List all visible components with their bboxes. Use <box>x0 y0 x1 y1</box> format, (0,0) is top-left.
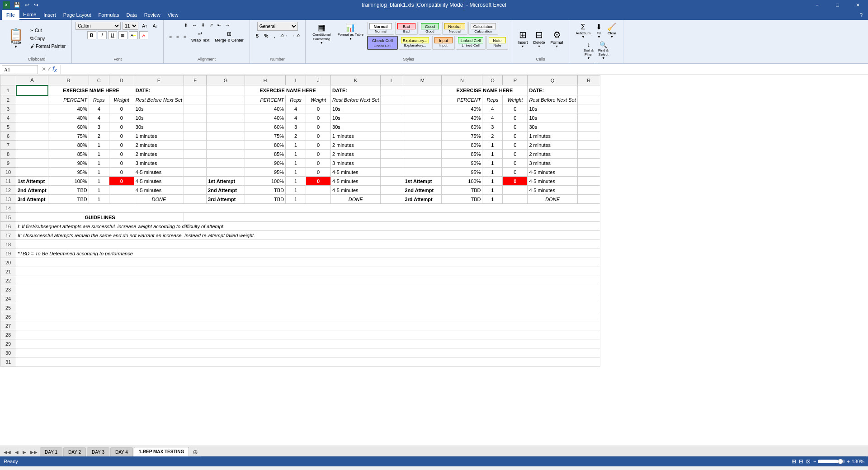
tab-nav-prev[interactable]: ◀◀ <box>2 447 13 456</box>
undo-quickaccess-icon[interactable]: ↩ <box>24 1 30 9</box>
style-note[interactable]: Note Note <box>486 36 508 50</box>
tab-nav-back[interactable]: ◀ <box>13 447 20 456</box>
menu-file[interactable]: File <box>2 10 19 20</box>
align-center-button[interactable]: ≡ <box>175 33 181 40</box>
col-header-g[interactable]: G <box>207 75 245 85</box>
cell-d2[interactable]: Weight <box>109 95 134 104</box>
autosum-button[interactable]: Σ AutoSum ▼ <box>574 22 593 39</box>
status-normal-view-icon[interactable]: ⊞ <box>792 458 796 465</box>
style-explanatory[interactable]: Explanatory... Explanatory... <box>399 36 431 50</box>
col-header-p[interactable]: P <box>503 75 528 85</box>
italic-button[interactable]: I <box>98 31 107 39</box>
number-format-select[interactable]: General <box>257 22 298 31</box>
menu-home[interactable]: Home <box>19 11 40 19</box>
copy-button[interactable]: ⧉ Copy <box>28 35 68 42</box>
help-icon[interactable]: ? <box>856 11 866 19</box>
row-header[interactable]: 23 <box>0 285 16 294</box>
row-header[interactable]: 5 <box>0 122 16 132</box>
menu-page-layout[interactable]: Page Layout <box>60 11 95 19</box>
zoom-out-button[interactable]: − <box>813 459 816 464</box>
zoom-percent[interactable]: 130% <box>852 459 864 464</box>
sheet-tab-day1[interactable]: DAY 1 <box>40 447 62 456</box>
col-header-a[interactable]: A <box>16 75 48 85</box>
row-header[interactable]: 29 <box>0 339 16 348</box>
cell-m1[interactable] <box>403 85 442 95</box>
decimal-decrease-button[interactable]: ←.0 <box>290 33 302 39</box>
save-quickaccess-icon[interactable]: 💾 <box>13 1 21 9</box>
clear-button[interactable]: 🧹 Clear ▼ <box>605 22 618 39</box>
tab-nav-last[interactable]: ▶▶ <box>28 447 39 456</box>
cell-l1[interactable] <box>381 85 403 95</box>
paste-dropdown-icon[interactable]: ▼ <box>14 45 18 49</box>
cell-m11[interactable]: 1st Attempt <box>403 177 442 186</box>
cell-a11[interactable]: 1st Attempt <box>16 177 48 186</box>
cell-p2[interactable]: Weight <box>503 95 528 104</box>
menu-data[interactable]: Data <box>123 11 140 19</box>
cell-g1[interactable] <box>207 85 245 95</box>
redo-quickaccess-icon[interactable]: ↪ <box>33 1 39 9</box>
format-as-table-button[interactable]: 📊 Format as Table ▼ <box>336 22 365 41</box>
col-header-m[interactable]: M <box>403 75 442 85</box>
col-header-q[interactable]: Q <box>528 75 577 85</box>
col-header-d[interactable]: D <box>109 75 134 85</box>
row-header[interactable]: 31 <box>0 357 16 367</box>
sheet-tab-day3[interactable]: DAY 3 <box>87 447 109 456</box>
row-header[interactable]: 11 <box>0 177 16 186</box>
row-header[interactable]: 10 <box>0 168 16 177</box>
cell-g2[interactable] <box>207 95 245 104</box>
row-header[interactable]: 18 <box>0 240 16 249</box>
cell-g11[interactable]: 1st Attempt <box>207 177 245 186</box>
indent-right-button[interactable]: ⇥ <box>224 22 231 28</box>
format-cell-button[interactable]: ⚙ Format ▼ <box>548 28 565 49</box>
row-header[interactable]: 17 <box>0 231 16 240</box>
cell-q1[interactable]: DATE: <box>528 85 577 95</box>
col-header-l[interactable]: L <box>381 75 403 85</box>
format-painter-button[interactable]: 🖌 Format Painter <box>28 43 68 50</box>
delete-cell-button[interactable]: ⊟ Delete ▼ <box>531 28 547 49</box>
menu-formulas[interactable]: Formulas <box>95 11 123 19</box>
comma-button[interactable]: , <box>272 32 278 39</box>
paste-button[interactable]: 📋 Paste ▼ <box>5 25 26 52</box>
percent-button[interactable]: % <box>262 32 271 39</box>
sheet-tab-1rep-max[interactable]: 1-REP MAX TESTING <box>134 447 189 456</box>
decimal-increase-button[interactable]: .0→ <box>278 33 290 39</box>
row-header[interactable]: 7 <box>0 141 16 150</box>
underline-button[interactable]: U <box>108 31 117 39</box>
row-header[interactable]: 24 <box>0 294 16 303</box>
row-header[interactable]: 16 <box>0 222 16 231</box>
style-calculation[interactable]: Calculation Calculation <box>468 22 498 35</box>
style-input[interactable]: Input Input <box>432 36 455 50</box>
tab-nav-fwd[interactable]: ▶ <box>21 447 28 456</box>
row-header[interactable]: 30 <box>0 348 16 357</box>
cell-f1[interactable] <box>184 85 207 95</box>
cell-a1[interactable] <box>16 85 48 95</box>
row-header[interactable]: 15 <box>0 213 16 222</box>
indent-left-button[interactable]: ⇤ <box>216 22 223 28</box>
row-header[interactable]: 6 <box>0 132 16 141</box>
maximize-button[interactable]: □ <box>827 0 848 10</box>
col-header-r[interactable]: R <box>577 75 600 85</box>
col-header-o[interactable]: O <box>482 75 503 85</box>
insert-cell-button[interactable]: ⊞ Insert ▼ <box>516 28 530 49</box>
row-header[interactable]: 26 <box>0 312 16 321</box>
align-left-button[interactable]: ≡ <box>167 33 174 40</box>
close-button[interactable]: ✕ <box>848 0 868 10</box>
cell-e2[interactable]: Rest Before Next Set <box>134 95 184 104</box>
cell-a17[interactable]: II: Unsuccessful attempts remain the sam… <box>16 231 600 240</box>
align-bottom-button[interactable]: ⬇ <box>199 22 207 28</box>
cell-i2[interactable]: Reps <box>286 95 306 104</box>
add-sheet-button[interactable]: ⊕ <box>190 447 201 456</box>
cell-n1[interactable]: EXERCISE NAME HERE <box>442 85 528 95</box>
cancel-formula-icon[interactable]: ✕ <box>42 66 46 72</box>
zoom-slider[interactable] <box>818 460 845 463</box>
style-check-cell[interactable]: Check Cell Check Cell <box>367 36 398 50</box>
minimize-button[interactable]: − <box>807 0 827 10</box>
cell-f2[interactable] <box>184 95 207 104</box>
row-header[interactable]: 22 <box>0 276 16 285</box>
row-header[interactable]: 12 <box>0 186 16 195</box>
cell-r1[interactable] <box>577 85 600 95</box>
conditional-formatting-button[interactable]: ▦ ConditionalFormatting ▼ <box>309 22 334 45</box>
increase-font-button[interactable]: A↑ <box>140 23 149 29</box>
row-header[interactable]: 1 <box>0 85 16 95</box>
menu-review[interactable]: Review <box>141 11 164 19</box>
